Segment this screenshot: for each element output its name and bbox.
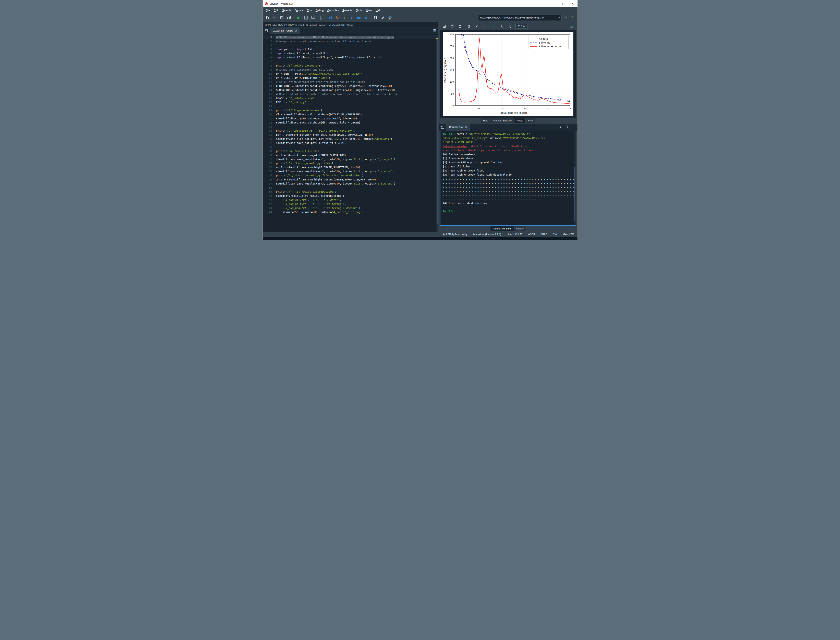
code-line[interactable]: 29print('[3a] Sum all files') xyxy=(263,149,436,153)
menu-help[interactable]: Help xyxy=(374,8,383,13)
menu-consoles[interactable]: Consoles xyxy=(326,8,340,13)
rerun-button[interactable]: ↻ xyxy=(334,14,340,21)
code-line[interactable]: 5import stemdiff.const, stemdiff.io xyxy=(263,51,436,56)
editor-options-button[interactable]: ☰ xyxy=(431,27,438,34)
scrollbar-thumb[interactable] xyxy=(437,39,438,224)
preferences-button[interactable] xyxy=(380,14,386,21)
code-line[interactable]: 4from pathlib import Path xyxy=(263,47,436,51)
editor-scrollbar[interactable] xyxy=(436,35,438,232)
editor-body[interactable]: 1# STEMDIFF = convert a 4D-STEM datacube… xyxy=(263,34,438,232)
console-tab[interactable]: Console 1/A ✕ xyxy=(446,124,470,131)
browse-directory-button[interactable] xyxy=(562,14,569,21)
run-selection-button[interactable] xyxy=(317,14,324,21)
menu-file[interactable]: File xyxy=(264,8,272,13)
save-plot-button[interactable] xyxy=(441,23,447,29)
code-line[interactable]: 40stemdiff.radial.plot_radial_distributi… xyxy=(263,194,436,198)
code-line[interactable]: 42 ['3_sum_hs.txt', 'b--', 'S-filtering'… xyxy=(263,202,436,206)
code-line[interactable]: 10DATA_DIR = Path('D:/DATA.SH/STEMDIFF/V… xyxy=(263,72,436,76)
code-line[interactable]: 30arr1 = stemdiff.sum.sum_all(DBASE,SUMM… xyxy=(263,153,436,157)
run-cell-button[interactable] xyxy=(303,14,309,21)
step-into-button[interactable]: ↓ xyxy=(341,14,348,21)
code-line[interactable]: 28 xyxy=(263,145,436,149)
code-line[interactable]: 6import stemdiff.dbase, stemdiff.psf, st… xyxy=(263,56,436,59)
code-line[interactable]: 7 xyxy=(263,59,436,64)
code-line[interactable]: 33arr2 = stemdiff.sum.sum_highS(DBASE,SU… xyxy=(263,165,436,170)
copy-plot-button[interactable] xyxy=(457,23,464,29)
save-all-plots-button[interactable] xyxy=(449,23,456,29)
console-body[interactable]: In [10]: runfile('M:/MIREK/PROG/PYTHON/A… xyxy=(440,131,576,226)
code-line[interactable]: 15# Basic output files (other outputs = … xyxy=(263,92,436,96)
menu-tools[interactable]: Tools xyxy=(354,8,364,13)
code-line[interactable]: 43 ['3_sum_hsd.txt', 'r-', 'S-filtering … xyxy=(263,206,436,210)
code-line[interactable]: 35print('[3c] Sum high entropy files wit… xyxy=(263,174,436,178)
code-line[interactable]: 20df = stemdiff.dbase.calc_database(DATA… xyxy=(263,112,436,117)
code-line[interactable]: 17PSF = '2_psf.npy' xyxy=(263,100,436,104)
code-line[interactable]: 31stemdiff.sum.save_results(arr1, icut=3… xyxy=(263,157,436,161)
code-line[interactable]: 44 xlimit=250, ylimit=300, output='4_rad… xyxy=(263,210,436,214)
code-line[interactable]: 32print('[3b] Sum high entropy files') xyxy=(263,161,436,165)
code-line[interactable]: 8print('[0] Define parameters') xyxy=(263,64,436,68)
continue-button[interactable]: ▶▶ xyxy=(355,14,362,21)
code-line[interactable]: 24print('[2] Calculate PSF = point sprea… xyxy=(263,129,436,133)
zoom-in-button[interactable] xyxy=(498,23,505,29)
code-line[interactable]: 13CENTERING = stemdiff.const.centering(c… xyxy=(263,84,436,88)
code-line[interactable]: 2# usage: edit input parameters in secti… xyxy=(263,39,436,43)
code-line[interactable]: 19print('[1] Prepare database') xyxy=(263,109,436,112)
code-line[interactable]: 36arr3 = stemdiff.sum.sum_highS_deconv(D… xyxy=(263,178,436,182)
code-line[interactable]: 3 xyxy=(263,43,436,47)
restart-kernel-button[interactable] xyxy=(564,124,570,130)
plots-options-button[interactable]: ☰ xyxy=(568,24,575,29)
tab-ipython-console[interactable]: IPython console xyxy=(490,226,513,231)
tab-plots[interactable]: Plots xyxy=(515,118,525,123)
debug-file-button[interactable] xyxy=(327,14,334,21)
code-line[interactable]: 14SUMMATION = stemdiff.const.summation(p… xyxy=(263,88,436,92)
code-line[interactable]: 12# Calculation parameters (the argument… xyxy=(263,80,436,84)
parent-directory-button[interactable]: ⇧ xyxy=(569,14,576,21)
menu-search[interactable]: Search xyxy=(280,8,293,13)
scrollbar-thumb[interactable] xyxy=(574,167,575,222)
close-tab-icon[interactable]: ✕ xyxy=(295,29,297,32)
console-pane-button[interactable] xyxy=(439,124,446,131)
code-line[interactable]: 23 xyxy=(263,125,436,129)
code-line[interactable]: 38 xyxy=(263,186,436,190)
editor-tab[interactable]: 01stemdiff_run.py ✕ xyxy=(270,27,300,34)
python-env-button[interactable] xyxy=(387,14,393,21)
code-line[interactable]: 1# STEMDIFF = convert a 4D-STEM datacube… xyxy=(263,35,436,39)
zoom-out-button[interactable] xyxy=(506,23,513,29)
next-plot-button[interactable]: → xyxy=(490,23,497,29)
save-button[interactable] xyxy=(279,14,285,21)
code-line[interactable]: 9# Input data directory and datafiles xyxy=(263,68,436,72)
tab-variable-explorer[interactable]: Variable Explorer xyxy=(491,118,515,123)
editor-pane-button[interactable] xyxy=(263,27,270,34)
code-line[interactable]: 21stemdiff.dbase.plot_entropy_histogram(… xyxy=(263,117,436,121)
run-cell-advance-button[interactable] xyxy=(310,14,316,21)
tab-files[interactable]: Files xyxy=(525,118,535,123)
code-line[interactable]: 41 ['3_sum_all.txt', 'k:', 'All data'], xyxy=(263,198,436,202)
code-line[interactable]: 26stemdiff.psf.plot_psf(psf, plt_type='3… xyxy=(263,137,436,141)
stop-debug-button[interactable]: ■ xyxy=(363,14,369,21)
interrupt-kernel-button[interactable]: ■ xyxy=(557,124,564,130)
tab-history[interactable]: History xyxy=(513,226,526,231)
close-icon[interactable]: ✕ xyxy=(568,0,578,7)
save-all-button[interactable] xyxy=(286,14,292,21)
code-line[interactable]: 27stemdiff.psf.save_psf(psf, output_file… xyxy=(263,141,436,145)
code-line[interactable]: 34stemdiff.sum.save_results(arr2, icut=3… xyxy=(263,170,436,174)
remove-all-plots-button[interactable]: ✕ xyxy=(474,23,480,29)
code-line[interactable]: 22stemdiff.dbase.save_database(df, outpu… xyxy=(263,121,436,125)
console-scrollbar[interactable] xyxy=(574,131,576,225)
close-tab-icon[interactable]: ✕ xyxy=(465,126,467,129)
open-file-button[interactable] xyxy=(271,14,278,21)
tab-help[interactable]: Help xyxy=(481,118,491,123)
previous-plot-button[interactable]: ← xyxy=(482,23,488,29)
menu-view[interactable]: View xyxy=(364,8,374,13)
menu-source[interactable]: Source xyxy=(292,8,305,13)
maximize-icon[interactable]: □ xyxy=(559,0,568,7)
run-file-button[interactable]: ▶ xyxy=(295,14,302,21)
remove-plot-button[interactable] xyxy=(465,23,472,29)
code-line[interactable]: 25psf = stemdiff.psf.psf_from_lowS_files… xyxy=(263,133,436,137)
code-line[interactable]: 39print('[4] Plot radial distributions') xyxy=(263,190,436,194)
menu-debug[interactable]: Debug xyxy=(314,8,326,13)
code-line[interactable]: 11DATAFILES = DATA_DIR.glob('*.dat') xyxy=(263,76,436,80)
menu-edit[interactable]: Edit xyxy=(272,8,280,13)
working-directory-combo[interactable]: M:\MIREK\PROG\PYTHON\APP\DIFF\STEMDIFF\E… xyxy=(478,14,562,21)
